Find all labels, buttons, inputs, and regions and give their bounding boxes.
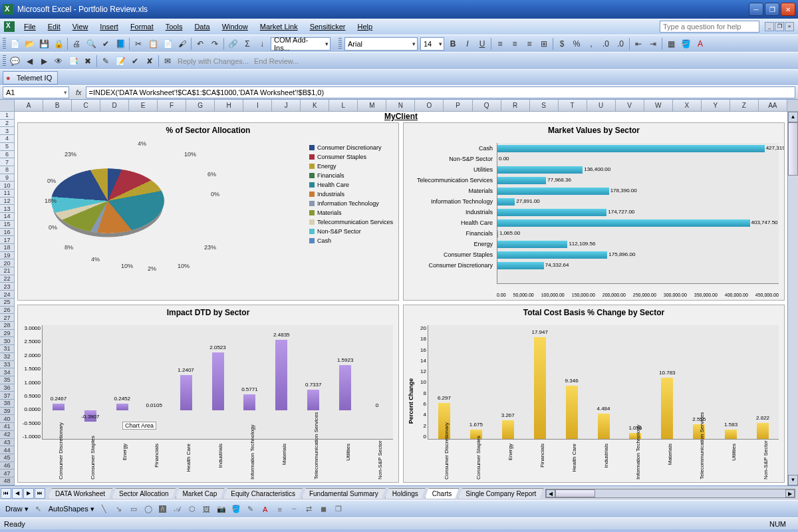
shadow-button[interactable]: ◼ bbox=[317, 502, 331, 517]
column-header[interactable]: E bbox=[129, 100, 158, 111]
column-header[interactable]: D bbox=[100, 100, 129, 111]
row-header[interactable]: 29 bbox=[0, 330, 14, 338]
mdi-close-button[interactable]: × bbox=[785, 22, 794, 31]
row-header[interactable]: 47 bbox=[0, 469, 14, 477]
column-header[interactable]: Q bbox=[473, 100, 501, 111]
row-header[interactable]: 22 bbox=[0, 275, 14, 283]
row-header[interactable]: 20 bbox=[0, 259, 14, 267]
menu-data[interactable]: Data bbox=[189, 21, 215, 32]
column-header[interactable]: O bbox=[415, 100, 444, 111]
menu-window[interactable]: Window bbox=[217, 21, 253, 32]
close-button[interactable]: ✕ bbox=[781, 3, 795, 16]
print-preview-button[interactable]: 🔍 bbox=[84, 37, 98, 51]
italic-button[interactable]: I bbox=[460, 37, 475, 51]
row-header[interactable]: 21 bbox=[0, 267, 14, 275]
merge-center-button[interactable]: ⊞ bbox=[537, 37, 551, 51]
chart-impact-dtd-vbar[interactable]: Impact DTD by Sector 3.00002.50002.00001… bbox=[17, 305, 399, 483]
diagram-button[interactable]: ⬡ bbox=[185, 502, 200, 517]
underline-button[interactable]: U bbox=[475, 37, 489, 51]
wordart-button[interactable]: 𝒜 bbox=[170, 502, 185, 517]
row-header[interactable]: 37 bbox=[0, 392, 14, 400]
accept-change-button[interactable]: ✔ bbox=[128, 54, 142, 68]
format-painter-button[interactable]: 🖌 bbox=[175, 37, 190, 51]
menu-view[interactable]: View bbox=[67, 21, 94, 32]
column-header[interactable]: L bbox=[329, 100, 358, 111]
ink-button[interactable]: ✎ bbox=[98, 54, 113, 68]
row-header[interactable]: 16 bbox=[0, 229, 14, 237]
fill-color-button[interactable]: 🪣 bbox=[229, 502, 243, 517]
fill-color-button[interactable]: 🪣 bbox=[678, 37, 693, 51]
open-button[interactable]: 📂 bbox=[22, 37, 37, 51]
clipart-button[interactable]: 🖼 bbox=[200, 502, 214, 517]
column-header[interactable]: Z bbox=[730, 100, 759, 111]
row-header[interactable]: 28 bbox=[0, 322, 14, 330]
reject-change-button[interactable]: ✘ bbox=[142, 54, 157, 68]
tab-nav-last-button[interactable]: ⏭ bbox=[35, 488, 45, 499]
research-button[interactable]: 📘 bbox=[113, 37, 128, 51]
increase-indent-button[interactable]: ⇥ bbox=[646, 37, 660, 51]
redo-button[interactable]: ↷ bbox=[207, 37, 222, 51]
hscroll-thumb[interactable] bbox=[555, 489, 595, 497]
column-header[interactable]: X bbox=[673, 100, 702, 111]
textbox-button[interactable]: 🅰 bbox=[156, 502, 170, 517]
row-header[interactable]: 41 bbox=[0, 423, 14, 431]
scroll-thumb[interactable] bbox=[788, 122, 798, 176]
row-header[interactable]: 1 bbox=[0, 112, 14, 120]
mdi-restore-button[interactable]: ❐ bbox=[775, 22, 784, 31]
sheet-tab[interactable]: DATA Worksheet bbox=[48, 488, 112, 499]
3d-button[interactable]: ❒ bbox=[331, 502, 346, 517]
toolbar-grip-icon[interactable] bbox=[3, 55, 6, 67]
row-header[interactable]: 32 bbox=[0, 353, 14, 361]
align-center-button[interactable]: ≡ bbox=[507, 37, 522, 51]
sheet-tab[interactable]: Equity Characteristics bbox=[223, 488, 303, 499]
copy-button[interactable]: 📋 bbox=[146, 37, 160, 51]
borders-button[interactable]: ▦ bbox=[664, 37, 678, 51]
minimize-button[interactable]: ─ bbox=[749, 3, 763, 16]
vertical-scrollbar[interactable]: ▲ ▼ bbox=[787, 112, 798, 485]
font-color-button[interactable]: A bbox=[693, 37, 708, 51]
row-header[interactable]: 38 bbox=[0, 400, 14, 408]
telemet-iq-button[interactable]: Telemet IQ bbox=[3, 71, 58, 84]
row-header[interactable]: 40 bbox=[0, 415, 14, 423]
select-all-corner[interactable] bbox=[0, 100, 15, 111]
row-header[interactable]: 31 bbox=[0, 345, 14, 353]
end-review-button[interactable]: End Review... bbox=[251, 57, 301, 65]
row-header[interactable]: 25 bbox=[0, 299, 14, 307]
fx-button[interactable]: fx bbox=[76, 88, 82, 96]
comma-button[interactable]: , bbox=[584, 37, 598, 51]
row-header[interactable]: 5 bbox=[0, 143, 14, 151]
align-left-button[interactable]: ≡ bbox=[493, 37, 507, 51]
row-header[interactable]: 12 bbox=[0, 198, 14, 205]
mdi-minimize-button[interactable]: _ bbox=[765, 22, 774, 31]
menu-edit[interactable]: Edit bbox=[43, 21, 66, 32]
sort-asc-button[interactable]: ↓ bbox=[255, 37, 269, 51]
arrow-button[interactable]: ↘ bbox=[112, 502, 126, 517]
row-header[interactable]: 24 bbox=[0, 291, 14, 299]
select-objects-button[interactable]: ↖ bbox=[31, 502, 46, 517]
row-header[interactable]: 26 bbox=[0, 307, 14, 315]
chart-cost-basis-vbar[interactable]: Total Cost Basis % Change by Sector Perc… bbox=[403, 305, 785, 483]
permissions-button[interactable]: 🔒 bbox=[51, 37, 66, 51]
bold-button[interactable]: B bbox=[446, 37, 460, 51]
row-header[interactable]: 44 bbox=[0, 446, 14, 454]
sheet-tab[interactable]: Holdings bbox=[385, 488, 426, 499]
row-header[interactable]: 19 bbox=[0, 252, 14, 260]
name-box[interactable]: A1 bbox=[3, 86, 69, 98]
print-button[interactable]: 🖨 bbox=[69, 37, 84, 51]
scroll-right-button[interactable]: ▶ bbox=[785, 489, 795, 497]
row-header[interactable]: 11 bbox=[0, 190, 14, 198]
formula-input[interactable]: =INDEX('DATA Worksheet'!$CA$1:$CA$1000,'… bbox=[86, 86, 795, 98]
font-color-button[interactable]: A bbox=[258, 502, 273, 517]
tab-nav-next-button[interactable]: ▶ bbox=[23, 488, 34, 499]
sheet-tab[interactable]: Charts bbox=[425, 488, 459, 499]
row-header[interactable]: 10 bbox=[0, 182, 14, 190]
row-header[interactable]: 43 bbox=[0, 439, 14, 447]
sheet-content[interactable]: MyClient % of Sector Allocation 4%10%6%0… bbox=[15, 112, 787, 485]
new-button[interactable]: 📄 bbox=[7, 37, 22, 51]
column-header[interactable]: J bbox=[272, 100, 301, 111]
increase-decimal-button[interactable]: .0 bbox=[598, 37, 613, 51]
row-header[interactable]: 36 bbox=[0, 384, 14, 392]
chart-sector-allocation-pie[interactable]: % of Sector Allocation 4%10%6%0%23%10%2%… bbox=[17, 122, 399, 301]
horizontal-scrollbar[interactable]: ◀ ▶ bbox=[545, 489, 795, 498]
spelling-button[interactable]: ✔ bbox=[98, 37, 113, 51]
